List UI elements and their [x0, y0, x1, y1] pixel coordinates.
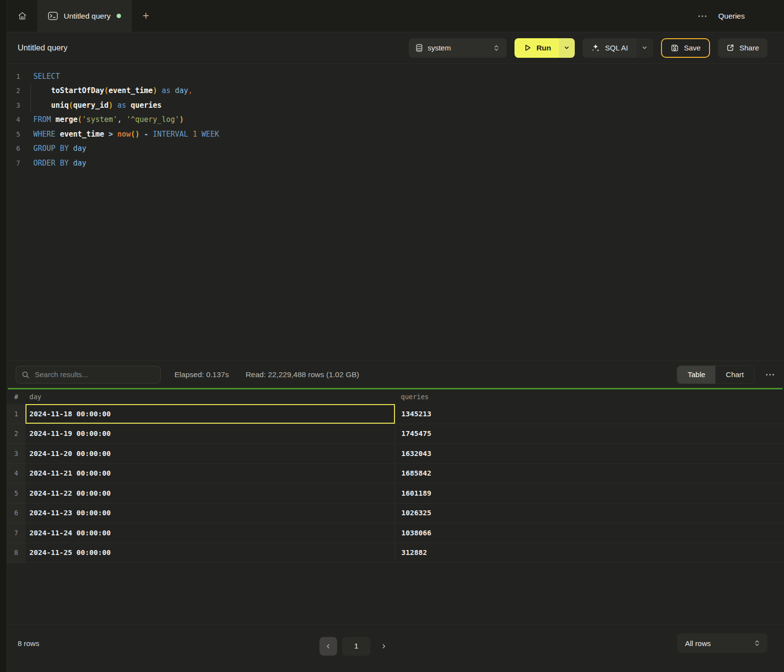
- save-button[interactable]: Save: [661, 38, 710, 58]
- cell-day[interactable]: 2024-11-24 00:00:00: [25, 523, 395, 543]
- column-header-index[interactable]: #: [7, 393, 25, 401]
- code-line[interactable]: 3 uniq(query_id) as queries: [7, 98, 784, 113]
- run-options-button[interactable]: [559, 38, 575, 58]
- sparkle-icon: [591, 43, 600, 52]
- pagination: 1: [319, 637, 392, 655]
- results-footer: 8 rows 1 All rows: [7, 624, 784, 672]
- chevron-down-icon: [564, 45, 570, 51]
- editor-lines: 1SELECT2 toStartOfDay(event_time) as day…: [7, 69, 784, 170]
- cell-day[interactable]: 2024-11-22 00:00:00: [25, 483, 395, 504]
- cell-queries[interactable]: 1632043: [395, 444, 784, 464]
- table-row: 52024-11-22 00:00:001601189: [7, 483, 784, 504]
- code-line[interactable]: 1SELECT: [7, 69, 784, 84]
- run-button[interactable]: Run: [514, 38, 559, 58]
- share-button[interactable]: Share: [718, 38, 767, 58]
- code-line[interactable]: 4FROM merge('system', '^query_log'): [7, 113, 784, 127]
- chevron-right-icon: [380, 643, 387, 649]
- code-line[interactable]: 7ORDER BY day: [7, 156, 784, 170]
- run-button-label: Run: [537, 44, 551, 52]
- ellipsis-icon: [766, 374, 774, 376]
- tab-overflow-button[interactable]: [698, 15, 707, 17]
- sql-editor[interactable]: 1SELECT2 toStartOfDay(event_time) as day…: [7, 64, 784, 360]
- line-number: 6: [7, 144, 29, 152]
- elapsed-stat: Elapsed: 0.137s: [174, 370, 229, 379]
- run-button-group: Run: [514, 38, 575, 58]
- cell-day[interactable]: 2024-11-18 00:00:00: [25, 404, 395, 424]
- cell-day[interactable]: 2024-11-23 00:00:00: [25, 504, 395, 524]
- share-button-label: Share: [739, 44, 759, 52]
- cell-day[interactable]: 2024-11-25 00:00:00: [25, 543, 395, 563]
- line-number: 1: [7, 72, 29, 80]
- table-row: 62024-11-23 00:00:001026325: [7, 504, 784, 524]
- code-text: WHERE event_time > now() - INTERVAL 1 WE…: [30, 127, 219, 142]
- row-number: 1: [7, 404, 25, 424]
- cell-day[interactable]: 2024-11-21 00:00:00: [25, 464, 395, 484]
- results-table: # day queries 12024-11-18 00:00:00134521…: [7, 389, 784, 563]
- row-number: 3: [7, 444, 25, 464]
- cell-queries[interactable]: 1685842: [395, 464, 784, 484]
- database-icon: [416, 44, 423, 52]
- tab-table-view[interactable]: Table: [677, 366, 715, 384]
- tabbar-right: Queries: [698, 0, 784, 32]
- results-table-body: 12024-11-18 00:00:00134521322024-11-19 0…: [7, 404, 784, 563]
- table-row: 72024-11-24 00:00:001038066: [7, 523, 784, 543]
- cell-queries[interactable]: 312882: [395, 543, 784, 563]
- terminal-icon: [48, 12, 58, 20]
- header-actions: system Run: [409, 38, 767, 58]
- cell-queries[interactable]: 1345213: [395, 404, 784, 424]
- row-number: 2: [7, 424, 25, 444]
- cell-day[interactable]: 2024-11-20 00:00:00: [25, 444, 395, 464]
- line-number: 7: [7, 159, 29, 167]
- table-row: 42024-11-21 00:00:001685842: [7, 464, 784, 484]
- left-gutter: [0, 0, 7, 672]
- row-count-label: 8 rows: [18, 639, 39, 648]
- cell-queries[interactable]: 1026325: [395, 504, 784, 524]
- results-empty-space: [7, 563, 784, 624]
- cell-queries[interactable]: 1038066: [395, 523, 784, 543]
- prev-page-button[interactable]: [319, 637, 337, 655]
- code-text: uniq(query_id) as queries: [30, 98, 162, 113]
- current-page-button[interactable]: 1: [342, 637, 370, 655]
- cell-queries[interactable]: 1745475: [395, 424, 784, 444]
- queries-link[interactable]: Queries: [718, 12, 745, 21]
- table-row: 82024-11-25 00:00:00312882: [7, 543, 784, 563]
- cell-day[interactable]: 2024-11-19 00:00:00: [25, 424, 395, 444]
- sql-ai-button[interactable]: SQL AI: [583, 38, 637, 58]
- code-line[interactable]: 6GROUP BY day: [7, 142, 784, 156]
- next-page-button[interactable]: [375, 637, 392, 655]
- results-more-button[interactable]: [762, 374, 777, 376]
- home-button[interactable]: [7, 0, 37, 32]
- unsaved-indicator-dot: [117, 14, 121, 18]
- database-selector[interactable]: system: [409, 38, 507, 58]
- home-icon: [18, 11, 27, 21]
- column-header-day[interactable]: day: [25, 393, 395, 401]
- save-icon: [670, 44, 679, 52]
- page-size-selector[interactable]: All rows: [677, 633, 767, 653]
- row-number: 8: [7, 543, 25, 563]
- row-number: 7: [7, 523, 25, 543]
- read-stat: Read: 22,229,488 rows (1.02 GB): [245, 370, 359, 379]
- sql-ai-options-button[interactable]: [637, 38, 653, 58]
- view-toggle: Table Chart: [677, 365, 755, 384]
- line-number: 4: [7, 116, 29, 123]
- table-row: 22024-11-19 00:00:001745475: [7, 424, 784, 444]
- column-header-queries[interactable]: queries: [395, 393, 784, 401]
- cell-queries[interactable]: 1601189: [395, 483, 784, 504]
- save-button-label: Save: [684, 44, 701, 52]
- code-text: GROUP BY day: [30, 142, 86, 156]
- code-line[interactable]: 5WHERE event_time > now() - INTERVAL 1 W…: [7, 127, 784, 142]
- row-number: 5: [7, 483, 25, 504]
- tab-bar: Untitled query + Queries: [7, 0, 784, 32]
- tab-chart-view[interactable]: Chart: [715, 366, 754, 384]
- row-number: 6: [7, 504, 25, 524]
- code-line[interactable]: 2 toStartOfDay(event_time) as day,: [7, 84, 784, 98]
- sql-ai-button-label: SQL AI: [605, 44, 628, 52]
- tab-label: Untitled query: [64, 12, 111, 21]
- code-text: toStartOfDay(event_time) as day,: [30, 84, 193, 98]
- code-text: ORDER BY day: [30, 156, 86, 170]
- new-tab-button[interactable]: +: [132, 0, 160, 32]
- chevron-left-icon: [325, 643, 332, 649]
- search-results-input[interactable]: [16, 366, 161, 384]
- code-text: SELECT: [30, 69, 60, 84]
- tab-untitled-query[interactable]: Untitled query: [37, 0, 132, 32]
